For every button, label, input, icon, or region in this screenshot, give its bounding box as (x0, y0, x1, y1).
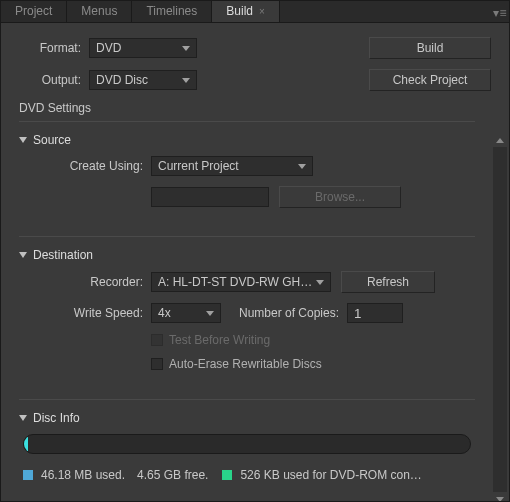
panel-menu-icon[interactable]: ▾≡ (491, 4, 509, 22)
format-dropdown[interactable]: DVD (89, 38, 197, 58)
tab-build[interactable]: Build× (212, 0, 280, 22)
disc-usage-bar (23, 434, 471, 454)
disc-info-header[interactable]: Disc Info (19, 408, 475, 428)
source-path-input[interactable] (151, 187, 269, 207)
test-before-label: Test Before Writing (169, 333, 270, 347)
chevron-down-icon (298, 164, 306, 169)
create-using-dropdown[interactable]: Current Project (151, 156, 313, 176)
disclosure-triangle-icon (19, 415, 27, 421)
write-speed-label: Write Speed: (23, 306, 151, 320)
chevron-down-icon (182, 46, 190, 51)
scroll-up-button[interactable] (493, 133, 507, 147)
recorder-dropdown[interactable]: A: HL-DT-ST DVD-RW GH… (151, 272, 331, 292)
close-icon[interactable]: × (259, 6, 265, 17)
tab-project[interactable]: Project (1, 0, 67, 22)
destination-group: Destination Recorder: A: HL-DT-ST DVD-RW… (19, 245, 475, 387)
browse-button[interactable]: Browse... (279, 186, 401, 208)
disc-legend: 46.18 MB used. 4.65 GB free. 526 KB used… (23, 468, 471, 482)
chevron-down-icon (182, 78, 190, 83)
build-button[interactable]: Build (369, 37, 491, 59)
triangle-down-icon (496, 497, 504, 502)
dvd-settings-title: DVD Settings (19, 101, 491, 115)
recorder-label: Recorder: (23, 275, 151, 289)
destination-header[interactable]: Destination (19, 245, 475, 265)
triangle-up-icon (496, 138, 504, 143)
rom-swatch-icon (222, 470, 232, 480)
output-label: Output: (19, 73, 89, 87)
tab-menus[interactable]: Menus (67, 0, 132, 22)
tab-timelines[interactable]: Timelines (132, 0, 212, 22)
source-header[interactable]: Source (19, 130, 475, 150)
disc-used-text: 46.18 MB used. (41, 468, 125, 482)
disc-usage-fill (24, 435, 28, 453)
chevron-down-icon (316, 280, 324, 285)
auto-erase-checkbox[interactable] (151, 358, 163, 370)
disc-free-text: 4.65 GB free. (137, 468, 208, 482)
copies-input[interactable] (347, 303, 403, 323)
format-label: Format: (19, 41, 89, 55)
source-group: Source Create Using: Current Project Bro… (19, 130, 475, 224)
write-speed-dropdown[interactable]: 4x (151, 303, 221, 323)
disc-info-group: Disc Info 46.18 MB used. 4.65 GB free. 5… (19, 408, 475, 488)
disclosure-triangle-icon (19, 137, 27, 143)
vertical-scrollbar[interactable] (493, 133, 507, 502)
disc-rom-text: 526 KB used for DVD-ROM con… (240, 468, 421, 482)
chevron-down-icon (206, 311, 214, 316)
test-before-checkbox[interactable] (151, 334, 163, 346)
used-swatch-icon (23, 470, 33, 480)
build-panel: Format: DVD Build Output: DVD Disc Check… (1, 23, 509, 502)
scroll-track[interactable] (493, 147, 507, 492)
copies-label: Number of Copies: (239, 306, 339, 320)
refresh-button[interactable]: Refresh (341, 271, 435, 293)
disclosure-triangle-icon (19, 252, 27, 258)
create-using-label: Create Using: (23, 159, 151, 173)
check-project-button[interactable]: Check Project (369, 69, 491, 91)
scroll-down-button[interactable] (493, 492, 507, 502)
auto-erase-label: Auto-Erase Rewritable Discs (169, 357, 322, 371)
tab-bar: Project Menus Timelines Build× ▾≡ (1, 1, 509, 23)
output-dropdown[interactable]: DVD Disc (89, 70, 197, 90)
